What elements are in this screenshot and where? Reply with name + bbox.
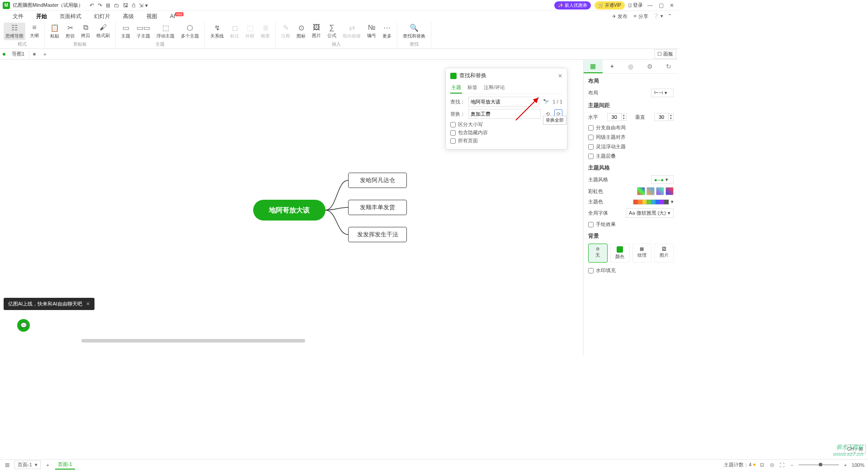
bg-texture[interactable]: ▦纹理 [632,244,652,263]
minimize-icon[interactable]: — [646,2,654,9]
ribbon-btn-4-2[interactable]: 🖼图片 [310,23,323,40]
share-button[interactable]: ⪤ 分享 [632,13,648,20]
chk-align[interactable] [588,135,594,140]
central-topic[interactable]: 地阿哥放大该 [253,200,326,221]
save-icon[interactable]: 🖫 [123,2,128,9]
chk-watermark[interactable] [588,268,594,273]
panel-tab-history[interactable]: ↻ [659,60,678,73]
find-tab-topic[interactable]: 主题 [450,82,462,94]
menu-start[interactable]: 开始 [30,11,53,22]
tab-doc1[interactable]: 导图1 [7,49,29,59]
vip-badge[interactable]: 🛒 开通VIP [594,1,625,9]
canvas[interactable]: 地阿哥放大该 发哈阿凡达仓 发顺丰单发货 发发挥发生干法 查找和替换 ✕ 主题 … [0,60,583,355]
new-icon[interactable]: ⊞ [106,2,110,9]
add-tab-button[interactable]: + [39,51,50,58]
bg-image[interactable]: 🖼图片 [654,244,674,263]
h-spacing-input[interactable] [607,113,622,121]
ribbon-btn-5-0[interactable]: 🔍查找和替换 [401,23,427,40]
chk-hidden[interactable] [450,130,456,136]
h-up[interactable]: ▲ [622,114,626,117]
rainbow-label: 彩虹色 [588,188,603,195]
ribbon-btn-4-6[interactable]: ⋯更多 [381,23,393,40]
dialog-close-icon[interactable]: ✕ [558,73,562,79]
style-select[interactable]: ●─● ▾ [651,175,674,184]
panel-toggle[interactable]: ☐ 面板 [654,49,676,59]
ribbon-btn-0-0[interactable]: ☷思维导图 [4,23,25,40]
chk-layer[interactable] [588,154,594,159]
ribbon-btn-2-3[interactable]: ⬡多个主题 [179,23,201,40]
theme-color-bar[interactable] [633,199,669,205]
menu-ai[interactable]: AIHot [164,12,190,21]
ribbon-btn-0-1[interactable]: ≡大纲 [28,23,41,40]
help-icon[interactable]: ❔ ▾ [653,13,663,20]
swatch-2[interactable] [646,187,655,195]
child-topic-3[interactable]: 发发挥发生干法 [348,227,407,242]
find-binoculars-icon[interactable]: 🔭 [542,97,550,106]
ribbon-btn-4-1[interactable]: ⊙图标 [295,23,307,40]
menu-advanced[interactable]: 高级 [117,11,140,22]
menu-page-style[interactable]: 页面样式 [53,11,88,22]
ai-toast-close-icon[interactable]: ✕ [86,301,90,307]
chk-free-layout[interactable] [588,125,594,131]
bg-color[interactable]: 颜色 [610,244,630,263]
chk-case-label: 区分大小写 [458,121,483,128]
find-tab-tag[interactable]: 标签 [467,82,478,94]
print-icon[interactable]: ⎙ [132,2,135,9]
ribbon-btn-3-0[interactable]: ↯关系线 [208,23,226,40]
find-input[interactable] [468,97,539,107]
find-tab-note[interactable]: 注释/评论 [483,82,506,94]
swatch-4[interactable] [665,187,674,195]
v-up[interactable]: ▲ [669,114,673,117]
horizontal-scrollbar[interactable] [81,339,488,343]
panel-tab-style[interactable]: ✦ [603,60,622,73]
chk-hand[interactable] [588,222,594,227]
chk-allpages[interactable] [450,138,456,144]
ribbon: ☷思维导图≡大纲模式📋粘贴✂剪切⧉拷贝🖌格式刷剪贴板▭主题▭▭子主题⬚浮动主题⬡… [0,22,678,49]
font-select[interactable]: Aa 微软雅黑 (大) ▾ [626,208,674,218]
ribbon-btn-3-1: ◻标注 [228,23,241,40]
redo-icon[interactable]: ↷ [98,2,102,9]
child-topic-1[interactable]: 发哈阿凡达仓 [348,173,407,188]
collapse-ribbon-icon[interactable]: ⌃ [668,13,672,20]
ribbon-btn-2-2[interactable]: ⬚浮动主题 [155,23,176,40]
menu-file[interactable]: 文件 [6,11,30,22]
replace-label: 替换： [450,111,466,118]
menu-slides[interactable]: 幻灯片 [88,11,117,22]
ribbon-btn-1-2[interactable]: ⧉拷贝 [79,23,92,40]
ribbon-btn-1-0[interactable]: 📋粘贴 [48,23,61,40]
ribbon-btn-1-1[interactable]: ✂剪切 [64,23,76,40]
tab-modified-dot [33,53,36,56]
open-icon[interactable]: 🗀 [114,2,119,9]
login-button[interactable]: ⍰ 登录 [628,2,643,9]
ai-fab-button[interactable]: 💬 [17,319,30,332]
undo-icon[interactable]: ↶ [90,2,94,9]
v-dn[interactable]: ▼ [669,117,673,120]
h-dn[interactable]: ▼ [622,117,626,120]
child-topic-2[interactable]: 发顺丰单发货 [348,200,407,215]
ribbon-btn-2-0[interactable]: ▭主题 [119,23,132,40]
ribbon-btn-2-1[interactable]: ▭▭子主题 [135,23,152,40]
ribbon-group-label-4: 插入 [332,41,341,48]
export-icon[interactable]: ⇲ ▾ [139,2,147,9]
swatch-1[interactable] [637,187,645,195]
publish-button[interactable]: ✈ 发布 [612,13,627,20]
bg-none[interactable]: ⊘无 [588,244,608,263]
color-more-icon[interactable]: ▾ [671,199,674,205]
panel-tab-settings[interactable]: ⚙ [640,60,659,73]
close-icon[interactable]: ✕ [668,2,675,9]
chk-case[interactable] [450,122,456,127]
chk-float[interactable] [588,144,594,150]
v-spacing-input[interactable] [654,113,669,121]
panel-tab-icon[interactable]: ◎ [622,60,641,73]
new-user-badge[interactable]: ✨ 新人优惠券 [554,1,591,9]
layout-select[interactable]: ⊢⊣ ▾ [651,89,674,97]
ribbon-btn-1-3[interactable]: 🖌格式刷 [94,23,112,40]
replace-input[interactable] [468,109,541,119]
menu-view[interactable]: 视图 [140,11,164,22]
swatch-3[interactable] [656,187,664,195]
panel-tab-layout[interactable]: ▦ [584,60,603,73]
maximize-icon[interactable]: ▢ [657,2,665,9]
ribbon-btn-4-3[interactable]: ∑公式 [326,23,338,40]
spacing-title: 主题间距 [588,102,674,109]
ribbon-btn-4-5[interactable]: №编号 [365,23,378,40]
